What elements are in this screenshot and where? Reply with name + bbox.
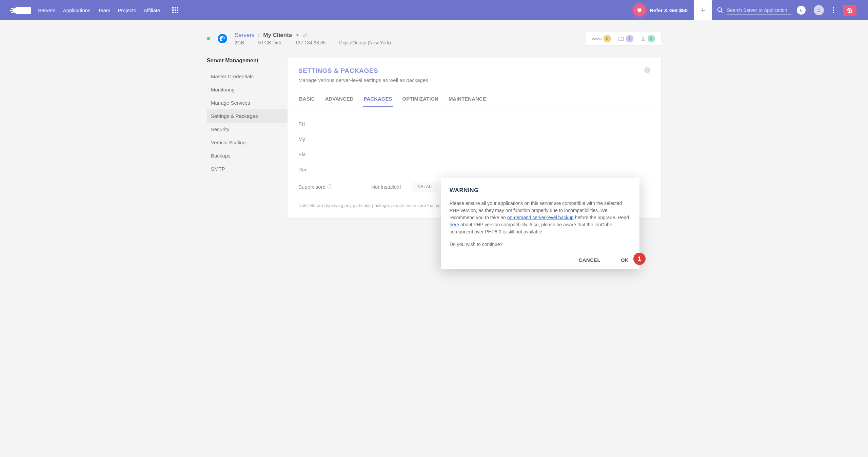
sidebar-item-settings-packages[interactable]: Settings & Packages	[207, 109, 288, 123]
badge-projects-count: 1	[626, 35, 633, 42]
server-header: Servers › My Clients 2GB 50 GB Disk 137.…	[207, 20, 661, 45]
refer-label: Refer & Get $50	[650, 7, 688, 13]
info-icon[interactable]: i	[328, 184, 332, 189]
svg-line-6	[721, 11, 723, 13]
sidebar-item-vertical-scaling[interactable]: Vertical Scaling	[207, 136, 288, 149]
tab-basic[interactable]: BASIC	[298, 96, 316, 107]
chevron-right-icon: ›	[258, 32, 260, 39]
tab-optimization[interactable]: OPTIMIZATION	[401, 96, 439, 107]
server-badges: www 5 1 2	[586, 32, 661, 45]
badge-www-label: www	[592, 36, 601, 41]
brand-logo[interactable]	[10, 5, 31, 15]
nav-team[interactable]: Team	[98, 7, 111, 13]
nav-servers[interactable]: Servers	[38, 7, 56, 13]
nav-links: Servers Applications Team Projects Affil…	[38, 7, 160, 13]
modal-cancel-button[interactable]: CANCEL	[579, 257, 600, 263]
tab-maintenance[interactable]: MAINTENANCE	[448, 96, 487, 107]
warning-modal: WARNING Please ensure all your applicati…	[441, 178, 639, 269]
sidebar-item-smtp[interactable]: SMTP	[207, 162, 288, 175]
package-row: My	[298, 131, 650, 147]
add-button[interactable]	[694, 0, 712, 20]
search-icon[interactable]	[717, 7, 724, 14]
package-row: Ela	[298, 147, 650, 162]
tab-packages[interactable]: PACKAGES	[363, 96, 393, 107]
package-label: My	[298, 136, 371, 142]
modal-text-3: about PHP version compatibility. Also, p…	[450, 222, 612, 234]
svg-rect-2	[11, 12, 14, 13]
annotation-badge: 1	[633, 253, 646, 265]
more-menu-icon[interactable]	[831, 7, 836, 13]
badge-users[interactable]: 2	[641, 35, 655, 42]
search-area: 0	[712, 5, 868, 16]
modal-question: Do you wish to continue?	[450, 242, 631, 247]
apps-grid-icon[interactable]	[172, 7, 178, 13]
gift-icon[interactable]	[843, 5, 856, 16]
svg-rect-1	[10, 10, 14, 11]
top-nav: Servers Applications Team Projects Affil…	[0, 0, 868, 20]
modal-title: WARNING	[450, 187, 631, 194]
help-icon[interactable]: ?	[644, 67, 650, 73]
panel-title: SETTINGS & PACKAGES	[298, 67, 430, 75]
package-label: PH	[298, 121, 371, 127]
modal-text-2: before the upgrade. Read	[574, 215, 629, 220]
sidebar: Server Management Master CredentialsMoni…	[207, 58, 288, 218]
provider-icon	[216, 33, 229, 45]
server-name[interactable]: My Clients	[263, 32, 292, 39]
badge-users-count: 2	[648, 35, 655, 42]
sidebar-item-backups[interactable]: Backups	[207, 149, 288, 162]
sidebar-item-manage-services[interactable]: Manage Services	[207, 96, 288, 109]
modal-link-backup[interactable]: on-demand server-level backup	[507, 215, 574, 220]
search-input[interactable]	[727, 6, 791, 15]
svg-rect-0	[11, 8, 14, 9]
user-icon	[641, 36, 646, 41]
package-label: Ela	[298, 151, 371, 157]
package-status: Not Installed!	[371, 184, 412, 190]
settings-panel: SETTINGS & PACKAGES Manage various serve…	[288, 58, 661, 218]
tabs: BASICADVANCEDPACKAGESOPTIMIZATIONMAINTEN…	[288, 96, 661, 107]
package-row: Rec	[298, 162, 650, 177]
refer-button[interactable]: Refer & Get $50	[627, 4, 694, 16]
tab-advanced[interactable]: ADVANCED	[324, 96, 354, 107]
server-ip: 137.184.98.65	[295, 40, 326, 45]
modal-ok-button[interactable]: OK	[621, 257, 629, 263]
folder-icon	[618, 36, 624, 41]
sidebar-item-master-credentials[interactable]: Master Credentials	[207, 70, 288, 83]
edit-icon[interactable]	[303, 33, 308, 38]
chevron-down-icon[interactable]	[295, 33, 299, 37]
panel-subtitle: Manage various server-level settings as …	[298, 77, 430, 83]
svg-point-5	[718, 8, 722, 12]
modal-body: Please ensure all your applications on t…	[450, 200, 631, 235]
svg-point-7	[818, 8, 820, 10]
nav-affiliate[interactable]: Affiliate	[143, 7, 160, 13]
sidebar-item-monitoring[interactable]: Monitoring	[207, 83, 288, 96]
notification-count[interactable]: 0	[797, 6, 806, 15]
package-label: Supervisordi	[298, 184, 371, 190]
user-avatar[interactable]	[814, 5, 824, 15]
server-ram: 2GB	[235, 40, 244, 45]
server-disk: 50 GB Disk	[258, 40, 282, 45]
modal-link-here[interactable]: here	[450, 222, 459, 227]
badge-www[interactable]: www 5	[592, 35, 611, 42]
nav-applications[interactable]: Applications	[63, 7, 91, 13]
sidebar-title: Server Management	[207, 58, 288, 64]
badge-projects[interactable]: 1	[618, 35, 633, 42]
svg-point-11	[642, 37, 644, 39]
breadcrumb-servers[interactable]: Servers	[235, 32, 255, 39]
heart-icon	[633, 4, 646, 16]
nav-projects[interactable]: Projects	[118, 7, 136, 13]
main-layout: Server Management Master CredentialsMoni…	[207, 58, 661, 218]
server-provider: DigitalOcean (New York)	[339, 40, 391, 45]
package-row: PH	[298, 116, 650, 131]
server-status-indicator	[207, 37, 210, 40]
badge-www-count: 5	[604, 35, 611, 42]
sidebar-item-security[interactable]: Security	[207, 123, 288, 136]
install-button[interactable]: INSTALL	[412, 182, 438, 191]
package-label: Rec	[298, 167, 371, 172]
